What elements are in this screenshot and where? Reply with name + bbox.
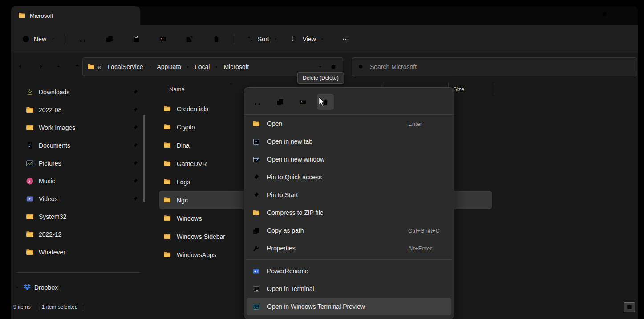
folder-icon: [87, 63, 94, 70]
breadcrumb-item[interactable]: Microsoft: [220, 61, 252, 72]
folder-icon: [163, 123, 171, 131]
menu-item-open-new-tab[interactable]: Open in new tab: [247, 133, 451, 150]
file-explorer-window: Microsoft New Sort View: [0, 0, 644, 319]
menu-item-open-in-terminal[interactable]: Open in Terminal: [247, 280, 451, 298]
search-input[interactable]: [369, 63, 632, 71]
breadcrumb-item[interactable]: AppData: [154, 61, 184, 72]
menu-item-open[interactable]: Open Enter: [247, 115, 451, 133]
sidebar-item-label: Whatever: [39, 249, 138, 256]
tab-title: Microsoft: [30, 12, 121, 19]
column-header-name[interactable]: Name: [169, 86, 185, 93]
rename-button[interactable]: [294, 94, 311, 110]
selection-count: 1 item selected: [42, 304, 78, 310]
sidebar-item-2022-12[interactable]: 2022-12: [14, 226, 142, 243]
cut-button[interactable]: [249, 94, 266, 110]
sidebar-item-work-images[interactable]: Work Images: [14, 119, 142, 137]
sidebar-item-label: Downloads: [39, 89, 127, 96]
menu-item-properties[interactable]: Properties Alt+Enter: [247, 239, 451, 257]
sort-label: Sort: [258, 36, 269, 43]
new-button[interactable]: New: [16, 31, 61, 47]
menu-item-compress-zip[interactable]: Compress to ZIP file: [247, 204, 451, 222]
share-button[interactable]: [181, 30, 198, 48]
forward-button[interactable]: [32, 59, 48, 74]
menu-item-open-terminal-preview[interactable]: Open in Windows Terminal Preview: [247, 298, 451, 315]
breadcrumb-overflow[interactable]: «: [95, 62, 103, 72]
breadcrumb-item[interactable]: Local: [192, 61, 213, 72]
delete-tooltip: Delete (Delete): [297, 72, 344, 84]
chevron-down-icon: [56, 64, 61, 69]
rename-icon: [159, 35, 167, 43]
menu-item-label: Properties: [267, 245, 296, 252]
sidebar-item-pictures[interactable]: Pictures: [14, 154, 142, 172]
details-view-toggle[interactable]: [610, 302, 621, 312]
folder-icon: [163, 233, 171, 240]
toolbar-divider: [65, 34, 65, 44]
chevron-right-icon: [214, 65, 219, 69]
menu-item-powerrename[interactable]: PowerRename: [247, 262, 451, 280]
rename-button[interactable]: [154, 30, 172, 48]
sidebar-item-whatever[interactable]: Whatever: [14, 243, 142, 261]
menu-item-pin-to-start[interactable]: Pin to Start: [247, 186, 451, 204]
folder-icon: [18, 12, 25, 19]
copy-button[interactable]: [101, 30, 118, 48]
breadcrumb-item[interactable]: LocalService: [104, 61, 146, 72]
tab-close-button[interactable]: [125, 10, 136, 21]
file-name: WindowsApps: [177, 251, 216, 258]
paste-icon: [132, 35, 140, 43]
copy-button[interactable]: [271, 94, 288, 110]
chevron-right-icon[interactable]: [15, 285, 20, 290]
view-button[interactable]: View: [287, 31, 330, 47]
column-header-size[interactable]: Size: [453, 86, 464, 93]
folder-icon: [163, 178, 171, 186]
menu-item-label: Open: [267, 120, 282, 127]
explorer-tab[interactable]: Microsoft: [11, 6, 140, 25]
pictures-icon: [26, 159, 34, 167]
search-box[interactable]: [352, 57, 637, 76]
sidebar-item-label: Documents: [39, 142, 127, 149]
up-icon: [73, 63, 81, 70]
menu-item-label: Copy as path: [267, 227, 304, 234]
cut-icon: [79, 35, 87, 43]
menu-item-copy-as-path[interactable]: Copy as path Ctrl+Shift+C: [247, 222, 451, 239]
copy-path-icon: [252, 227, 260, 234]
maximize-button[interactable]: [593, 7, 616, 20]
refresh-button[interactable]: [327, 60, 340, 73]
sidebar-item-dropbox[interactable]: Dropbox: [11, 279, 152, 296]
paste-button[interactable]: [127, 30, 145, 48]
sidebar-scrollbar[interactable]: [143, 115, 145, 202]
back-button[interactable]: [13, 59, 29, 74]
new-label: New: [34, 36, 46, 43]
pin-icon: [132, 89, 138, 95]
file-name: Crypto: [177, 124, 195, 131]
chevron-down-icon: [320, 36, 325, 42]
minimize-button[interactable]: [571, 7, 593, 20]
sidebar-item-2022-08[interactable]: 2022-08: [14, 101, 142, 119]
chevron-down-icon: [317, 64, 323, 70]
cut-button[interactable]: [74, 30, 92, 48]
folder-icon: [26, 248, 34, 256]
sidebar-item-documents[interactable]: Documents: [14, 137, 142, 154]
close-button[interactable]: [616, 7, 638, 20]
menu-item-open-new-window[interactable]: Open in new window: [247, 150, 451, 168]
more-icon: [342, 36, 349, 43]
address-dropdown-button[interactable]: [313, 60, 327, 73]
folder-icon: [163, 251, 171, 258]
address-actions: [313, 60, 340, 73]
recent-locations-button[interactable]: [50, 59, 66, 74]
sidebar-item-label: 2022-08: [39, 106, 127, 113]
sidebar-item-music[interactable]: Music: [14, 172, 142, 190]
sidebar-item-downloads[interactable]: Downloads: [14, 83, 142, 101]
delete-button[interactable]: [207, 30, 225, 48]
folder-icon: [26, 124, 34, 132]
plus-circle-icon: [22, 35, 30, 43]
see-more-button[interactable]: [337, 30, 355, 48]
menu-item-pin-quick-access[interactable]: Pin to Quick access: [247, 168, 451, 186]
folder-icon: [163, 196, 171, 204]
thumbnail-view-toggle[interactable]: [624, 302, 635, 312]
sidebar-item-videos[interactable]: Videos: [14, 190, 142, 208]
sort-button[interactable]: Sort: [242, 31, 283, 47]
chevron-down-icon: [50, 36, 56, 42]
close-icon: [128, 13, 133, 18]
sidebar-item-system32[interactable]: System32: [14, 208, 142, 226]
new-tab-button[interactable]: [152, 10, 165, 22]
